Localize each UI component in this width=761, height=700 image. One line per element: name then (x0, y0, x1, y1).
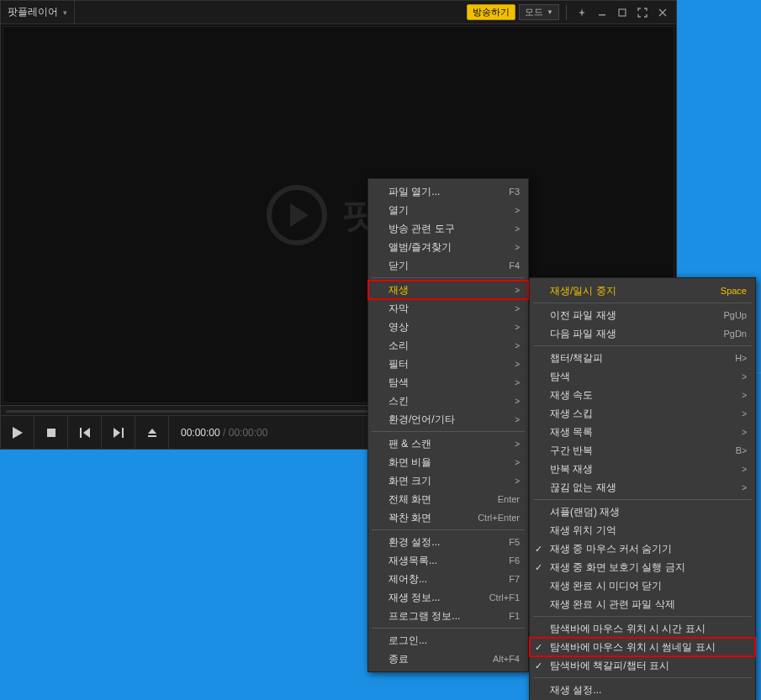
prev-button[interactable] (68, 416, 102, 450)
menu-separator (372, 277, 525, 278)
menu-item-label: 환경 설정... (388, 535, 500, 550)
menu-item[interactable]: 다음 파일 재생PgDn (530, 324, 755, 343)
menu-item-label: 꽉찬 화면 (388, 511, 469, 525)
check-icon: ✓ (535, 661, 542, 671)
menu-item[interactable]: ✓탐색바에 마우스 위치 시 썸네일 표시 (530, 638, 755, 656)
submenu-arrow-icon: > (515, 206, 520, 215)
maximize-button[interactable] (614, 4, 631, 21)
menu-item[interactable]: 탐색> (368, 373, 528, 392)
menu-item-label: 제어창... (388, 572, 500, 587)
menu-item[interactable]: 파일 열기...F3 (368, 182, 528, 201)
menu-item[interactable]: 자막> (368, 299, 528, 318)
submenu-arrow-icon: > (742, 483, 747, 492)
menu-item-label: 탐색바에 마우스 위치 시 썸네일 표시 (550, 640, 747, 655)
menu-item-label: 소리 (388, 339, 515, 353)
menu-item-label: 재생 정보... (388, 591, 481, 605)
menu-shortcut: F5 (509, 537, 520, 547)
submenu-arrow-icon: > (515, 439, 520, 449)
menu-item[interactable]: 재생 정보...Ctrl+F1 (368, 588, 528, 607)
menu-item[interactable]: 반복 재생> (530, 460, 755, 478)
menu-item[interactable]: 닫기F4 (368, 256, 528, 275)
menu-item[interactable]: ✓재생 중 화면 보호기 실행 금지 (530, 558, 755, 576)
svg-rect-1 (619, 9, 626, 16)
menu-shortcut: PgDn (723, 329, 747, 339)
menu-separator (533, 677, 752, 678)
menu-item-label: 재생/일시 중지 (550, 284, 712, 298)
menu-item[interactable]: ✓재생 중 마우스 커서 숨기기 (530, 539, 755, 558)
menu-item-label: 재생 스킵 (550, 407, 742, 421)
menu-item-label: 끊김 없는 재생 (550, 481, 742, 495)
menu-item[interactable]: 끊김 없는 재생> (530, 478, 755, 497)
menu-item[interactable]: 탐색바에 마우스 위치 시 시간 표시 (530, 619, 755, 638)
menu-item-label: 영상 (388, 320, 515, 334)
menu-item-label: 다음 파일 재생 (550, 327, 715, 341)
menu-item[interactable]: 화면 비율> (368, 453, 528, 471)
submenu-arrow-icon: > (515, 360, 520, 369)
close-button[interactable] (654, 4, 671, 21)
menu-item[interactable]: 탐색> (530, 367, 755, 386)
menu-shortcut: F3 (509, 187, 520, 197)
menu-shortcut: F4 (509, 261, 520, 271)
menu-item[interactable]: 화면 크기> (368, 471, 528, 490)
menu-item-label: 재생 완료 시 미디어 닫기 (550, 579, 747, 593)
menu-item[interactable]: 앨범/즐겨찾기> (368, 238, 528, 256)
menu-item[interactable]: 챕터/책갈피H> (530, 349, 755, 367)
menu-item[interactable]: 영상> (368, 318, 528, 336)
play-button[interactable] (1, 416, 34, 450)
menu-shortcut: B (736, 445, 742, 455)
eject-button[interactable] (135, 416, 169, 450)
menu-item-label: 재생 설정... (550, 683, 747, 697)
fullscreen-button[interactable] (634, 4, 651, 21)
menu-item[interactable]: 팬 & 스캔> (368, 434, 528, 453)
menu-item[interactable]: 재생> (368, 281, 528, 299)
menu-item-label: 재생 목록 (550, 425, 742, 439)
menu-item[interactable]: 꽉찬 화면Ctrl+Enter (368, 508, 528, 527)
menu-item[interactable]: 재생 스킵> (530, 404, 755, 423)
menu-item[interactable]: 환경 설정...F5 (368, 533, 528, 551)
menu-item[interactable]: 재생 속도> (530, 386, 755, 404)
menu-item[interactable]: 환경/언어/기타> (368, 410, 528, 429)
menu-item-label: 재생 완료 시 관련 파일 삭제 (550, 597, 747, 612)
menu-item[interactable]: 로그인... (368, 631, 528, 650)
menu-item[interactable]: 필터> (368, 355, 528, 373)
submenu-arrow-icon: > (515, 323, 520, 332)
menu-item-label: 닫기 (388, 259, 500, 273)
menu-item-label: 환경/언어/기타 (388, 413, 515, 427)
menu-item[interactable]: 재생 목록> (530, 423, 755, 441)
menu-item[interactable]: ✓탐색바에 책갈피/챕터 표시 (530, 656, 755, 675)
menu-shortcut: Space (721, 286, 747, 296)
menu-item[interactable]: 프로그램 정보...F1 (368, 607, 528, 625)
context-menu-main: 파일 열기...F3열기>방송 관련 도구>앨범/즐겨찾기>닫기F4재생>자막>… (367, 178, 529, 672)
menu-item[interactable]: 이전 파일 재생PgUp (530, 306, 755, 324)
next-button[interactable] (102, 416, 135, 450)
submenu-arrow-icon: > (515, 378, 520, 387)
submenu-arrow-icon: > (742, 354, 747, 363)
menu-item[interactable]: 구간 반복B> (530, 441, 755, 460)
menu-item[interactable]: 종료Alt+F4 (368, 650, 528, 668)
mode-button[interactable]: 모드 ▼ (519, 4, 559, 20)
menu-separator (372, 628, 525, 629)
minimize-button[interactable] (594, 4, 610, 21)
menu-item[interactable]: 재생 완료 시 관련 파일 삭제 (530, 595, 755, 613)
menu-item[interactable]: 소리> (368, 336, 528, 355)
menu-item[interactable]: 재생 위치 기억 (530, 521, 755, 539)
pin-button[interactable] (573, 4, 590, 21)
broadcast-button[interactable]: 방송하기 (467, 4, 515, 20)
submenu-arrow-icon: > (515, 476, 520, 486)
menu-item[interactable]: 재생/일시 중지Space (530, 282, 755, 300)
menu-item[interactable]: 스킨> (368, 392, 528, 410)
stop-button[interactable] (34, 416, 68, 450)
chevron-down-icon: ▾ (63, 8, 67, 17)
menu-item[interactable]: 열기> (368, 201, 528, 219)
submenu-arrow-icon: > (515, 397, 520, 406)
title-menu[interactable]: 팟플레이어 ▾ (1, 1, 75, 24)
menu-item-label: 재생목록... (388, 554, 500, 568)
menu-separator (533, 616, 752, 617)
menu-item[interactable]: 셔플(랜덤) 재생 (530, 503, 755, 521)
menu-item[interactable]: 재생 설정... (530, 681, 755, 699)
menu-item[interactable]: 제어창...F7 (368, 570, 528, 588)
menu-item[interactable]: 전체 화면Enter (368, 490, 528, 508)
menu-item[interactable]: 방송 관련 도구> (368, 219, 528, 238)
menu-item[interactable]: 재생 완료 시 미디어 닫기 (530, 576, 755, 595)
menu-item[interactable]: 재생목록...F6 (368, 551, 528, 570)
